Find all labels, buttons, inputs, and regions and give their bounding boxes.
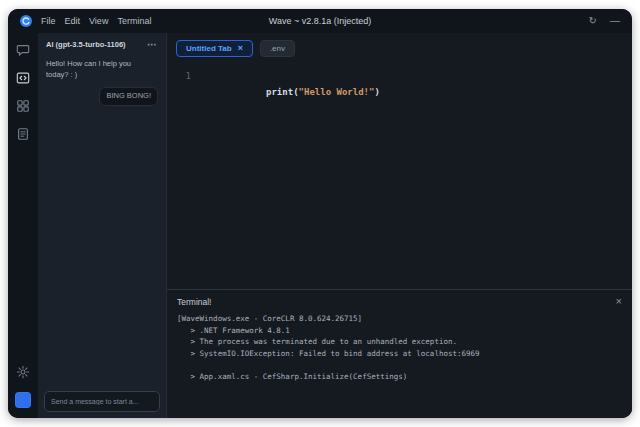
terminal-title: Terminal! [177,297,211,307]
more-options-icon[interactable]: ⋯ [147,39,158,50]
wave-app-button[interactable] [15,392,31,408]
activity-bar [8,33,38,418]
menu-view[interactable]: View [89,16,108,26]
close-tab-icon[interactable]: × [238,44,243,53]
menubar: File Edit View Terminal [41,16,151,26]
tab-label: Untitled Tab [186,44,232,53]
chat-icon[interactable] [16,42,31,57]
code-paren: ) [374,87,379,97]
tab-env[interactable]: .env [260,40,295,57]
terminal-line: > .NET Framework 4.8.1 [177,325,622,337]
ai-chat-panel: AI (gpt-3.5-turbo-1106) ⋯ Hello! How can… [38,33,167,418]
minimize-icon[interactable]: — [610,16,620,26]
line-number: 1 [167,68,201,116]
tab-untitled[interactable]: Untitled Tab × [176,40,253,57]
wave-logo-icon[interactable] [20,15,32,27]
menu-terminal[interactable]: Terminal [117,16,151,26]
grid-icon[interactable] [16,98,31,113]
chat-input[interactable] [44,391,160,412]
assistant-message: Hello! How can I help you today? : ) [46,59,149,80]
window-title: Wave ~ v2.8.1a (Injected) [269,16,371,26]
chat-message-list: Hello! How can I help you today? : ) BIN… [38,55,166,384]
close-terminal-icon[interactable]: × [616,296,622,307]
tab-label: .env [270,44,285,53]
terminal-output: [WaveWindows.exe - CoreCLR 8.0.624.26715… [177,313,622,410]
tab-bar: Untitled Tab × .env [167,33,632,62]
titlebar: File Edit View Terminal Wave ~ v2.8.1a (… [8,9,632,33]
reload-icon[interactable]: ↻ [589,16,597,26]
window-controls: ↻ — [589,16,620,26]
code-function-token: print [266,87,293,97]
terminal-panel: Terminal! × [WaveWindows.exe - CoreCLR 8… [167,289,632,418]
code-line: 1 print("Hello World!") [167,68,632,116]
code-icon[interactable] [16,70,31,85]
ai-panel-title: AI (gpt-3.5-turbo-1106) [46,40,126,49]
code-editor[interactable]: 1 print("Hello World!") [167,62,632,289]
terminal-line [177,360,622,371]
terminal-line: [WaveWindows.exe - CoreCLR 8.0.624.26715… [177,313,622,325]
code-string-token: "Hello World!" [299,87,375,97]
main-area: Untitled Tab × .env 1 print("Hello World… [167,33,632,418]
menu-edit[interactable]: Edit [65,16,81,26]
user-message: BING BONG! [99,87,158,106]
terminal-line: > The process was terminated due to an u… [177,336,622,348]
app-window: File Edit View Terminal Wave ~ v2.8.1a (… [8,9,632,418]
terminal-line: > App.xaml.cs - CefSharp.Initialize(CefS… [177,371,622,383]
terminal-line: > SystemIO.IOException: Failed to bind a… [177,348,622,360]
menu-file[interactable]: File [41,16,56,26]
notebook-icon[interactable] [16,126,31,141]
settings-gear-icon[interactable] [16,364,31,379]
